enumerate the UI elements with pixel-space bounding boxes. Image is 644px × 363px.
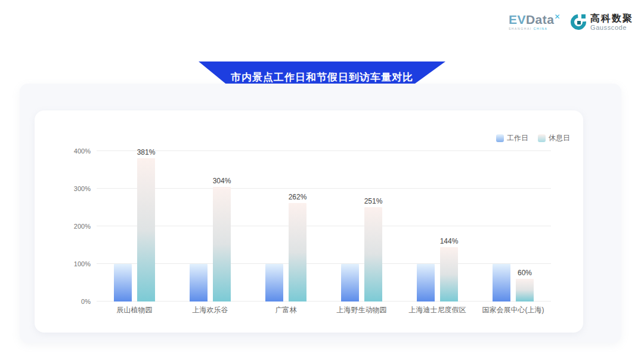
bar-workday bbox=[341, 264, 359, 302]
bar-workday bbox=[114, 264, 132, 302]
x-axis-category-label: 上海迪士尼度假区 bbox=[400, 305, 475, 315]
x-axis-category-label: 上海野生动物园 bbox=[324, 305, 400, 315]
bar-value-label: 381% bbox=[137, 148, 156, 156]
evdata-x-icon: ✕ bbox=[554, 13, 561, 21]
evdata-subtext: SHANGHAI CHINA bbox=[509, 27, 561, 30]
bar-value-label: 60% bbox=[518, 269, 532, 277]
x-axis-category-label: 广富林 bbox=[248, 305, 324, 315]
bar-groups: 381%304%262%251%144%60% bbox=[97, 151, 551, 302]
chart-card: 工作日休息日 0%100%200%300%400%381%304%262%251… bbox=[35, 110, 583, 333]
bar-group: 304% bbox=[172, 151, 248, 302]
legend-item[interactable]: 工作日 bbox=[496, 133, 528, 143]
bar-workday bbox=[265, 264, 283, 302]
bar-value-label: 304% bbox=[213, 177, 231, 185]
bar-value-label: 262% bbox=[289, 193, 307, 201]
bar-workday bbox=[417, 264, 435, 302]
x-axis-category-label: 上海欢乐谷 bbox=[172, 305, 248, 315]
x-axis-category-label: 国家会展中心(上海) bbox=[475, 305, 551, 315]
gausscode-text: 高科数聚 Gausscode bbox=[590, 13, 633, 31]
bar-restday: 251% bbox=[364, 207, 382, 302]
x-axis-category-label: 辰山植物园 bbox=[97, 305, 172, 315]
bar-group: 262% bbox=[248, 151, 324, 302]
header-logos: EVData✕ SHANGHAI CHINA 高科数聚 Gausscode bbox=[509, 13, 633, 31]
bar-workday bbox=[190, 264, 208, 302]
bar-restday: 304% bbox=[213, 187, 231, 302]
x-axis-labels: 辰山植物园上海欢乐谷广富林上海野生动物园上海迪士尼度假区国家会展中心(上海) bbox=[97, 305, 551, 315]
legend-swatch-icon bbox=[538, 134, 546, 142]
bar-workday bbox=[493, 264, 510, 302]
legend-swatch-icon bbox=[496, 134, 504, 142]
evdata-wordmark: EVData✕ bbox=[509, 13, 561, 26]
gausscode-logo: 高科数聚 Gausscode bbox=[570, 13, 633, 31]
chart-legend: 工作日休息日 bbox=[496, 133, 570, 143]
bar-restday: 262% bbox=[289, 203, 306, 302]
chart-plot-area: 0%100%200%300%400%381%304%262%251%144%60… bbox=[97, 151, 551, 302]
bar-group: 251% bbox=[324, 151, 400, 302]
bar-restday: 60% bbox=[516, 279, 534, 302]
bar-value-label: 251% bbox=[364, 197, 383, 205]
bar-group: 144% bbox=[400, 151, 475, 302]
bar-group: 381% bbox=[97, 151, 172, 302]
y-axis-tick-label: 0% bbox=[81, 298, 91, 305]
y-axis-tick-label: 100% bbox=[74, 260, 91, 267]
gausscode-name-cn: 高科数聚 bbox=[590, 13, 633, 24]
bar-group: 60% bbox=[475, 151, 551, 302]
evdata-data-text: Data bbox=[526, 13, 555, 26]
bar-value-label: 144% bbox=[440, 237, 459, 245]
y-axis-tick-label: 300% bbox=[74, 185, 91, 192]
legend-item[interactable]: 休息日 bbox=[538, 133, 570, 143]
evdata-ev-text: EV bbox=[509, 13, 526, 26]
legend-label: 工作日 bbox=[507, 133, 528, 143]
chart-title: 市内景点工作日和节假日到访车量对比 bbox=[231, 66, 413, 84]
bar-restday: 381% bbox=[137, 158, 155, 302]
evdata-logo: EVData✕ SHANGHAI CHINA bbox=[509, 13, 561, 30]
y-axis-tick-label: 400% bbox=[74, 147, 91, 155]
gausscode-g-icon bbox=[570, 14, 587, 30]
bar-restday: 144% bbox=[440, 247, 458, 302]
y-axis-tick-label: 200% bbox=[74, 223, 91, 230]
legend-label: 休息日 bbox=[549, 133, 570, 143]
gausscode-name-en: Gausscode bbox=[590, 24, 633, 31]
